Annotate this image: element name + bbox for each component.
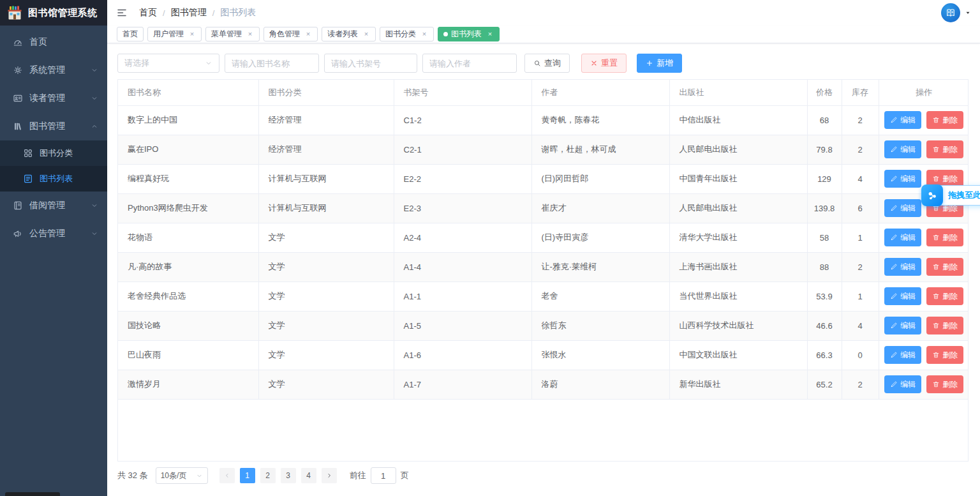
table-row: 老舍经典作品选文学A1-1老舍当代世界出版社53.91编辑删除 [118,282,969,311]
tab-role[interactable]: 角色管理× [264,27,318,41]
cell-price: 46.6 [807,311,842,340]
edit-button[interactable]: 编辑 [884,170,921,188]
prev-page-button[interactable] [219,468,235,483]
close-icon[interactable]: × [304,31,312,38]
edit-button[interactable]: 编辑 [884,346,921,364]
sidebar-item-label: 公告管理 [29,228,91,239]
page-button-1[interactable]: 1 [240,468,255,483]
delete-button[interactable]: 删除 [926,375,963,393]
cell-shelf: A1-7 [394,370,531,399]
next-page-button[interactable] [322,468,337,483]
book-name-input[interactable] [225,54,319,73]
delete-button[interactable]: 删除 [926,258,963,276]
sidebar-item-reader[interactable]: 读者管理 [0,84,107,112]
cell-shelf: C2-1 [394,135,531,164]
cell-price: 129 [807,164,842,193]
table-row: Python3网络爬虫开发计算机与互联网E2-3崔庆才人民邮电出版社139.86… [118,193,969,223]
edit-button[interactable]: 编辑 [884,111,921,129]
edit-button[interactable]: 编辑 [884,287,921,305]
page-button-4[interactable]: 4 [301,468,316,483]
table-row: 赢在IPO经济管理C2-1谢晖，杜超，林可成人民邮电出版社79.82编辑删除 [118,135,969,164]
sidebar-item-book-category[interactable]: 图书分类 [0,140,107,166]
delete-button-label: 删除 [942,320,958,331]
shelf-input[interactable] [324,54,417,73]
goto-label: 前往 [350,470,366,481]
cell-category: 文学 [258,252,394,282]
delete-button[interactable]: 删除 [926,317,963,334]
page-size-select[interactable]: 10条/页 [156,467,208,484]
edit-button[interactable]: 编辑 [884,199,921,217]
active-tab-dot [443,32,448,36]
edit-button-label: 编辑 [900,350,916,361]
edit-button[interactable]: 编辑 [884,258,921,276]
edit-button[interactable]: 编辑 [884,140,921,158]
delete-button-label: 删除 [942,144,958,155]
edit-button[interactable]: 编辑 [884,317,921,334]
edit-button-label: 编辑 [900,203,916,214]
delete-button-label: 删除 [942,350,958,361]
chevron-up-icon [91,123,98,130]
edit-icon [890,263,898,271]
close-icon[interactable]: × [362,31,370,38]
edit-icon [890,116,898,124]
column-header-stock: 库存 [842,80,879,105]
tab-menu[interactable]: 菜单管理× [205,27,260,41]
author-input[interactable] [422,54,517,73]
trash-icon [932,322,940,329]
netdisk-upload-badge[interactable] [921,184,943,206]
delete-button[interactable]: 删除 [926,111,963,129]
sidebar-item-borrow[interactable]: 借阅管理 [0,192,107,220]
tab-label: 角色管理 [269,29,300,40]
sidebar-item-book-list[interactable]: 图书列表 [0,166,107,192]
add-button[interactable]: 新增 [637,54,682,73]
tab-reader-list[interactable]: 读者列表× [322,27,376,41]
close-icon[interactable]: × [246,31,254,38]
tab-label: 读者列表 [327,29,358,40]
chevron-left-icon [224,472,230,479]
breadcrumb-book-manage[interactable]: 图书管理 [171,7,207,19]
caret-down-icon[interactable] [965,10,971,16]
breadcrumb-current: 图书列表 [220,7,256,19]
cell-price: 53.9 [807,282,842,311]
tab-book-category[interactable]: 图书分类× [380,27,434,41]
sidebar-item-notice[interactable]: 公告管理 [0,220,107,248]
tab-user[interactable]: 用户管理× [147,27,202,41]
delete-button[interactable]: 删除 [926,140,963,158]
close-icon[interactable]: × [486,31,494,38]
cell-category: 计算机与互联网 [258,164,394,193]
cell-action: 编辑删除 [879,252,969,282]
edit-button[interactable]: 编辑 [884,229,921,246]
page-button-3[interactable]: 3 [281,468,296,483]
sidebar-item-home[interactable]: 首页 [0,28,107,56]
cell-shelf: A1-5 [394,311,531,340]
page-button-2[interactable]: 2 [260,468,276,483]
close-icon[interactable]: × [420,31,428,38]
search-button[interactable]: 查询 [524,54,570,73]
trash-icon [932,234,940,241]
delete-button[interactable]: 删除 [926,229,963,246]
reset-button[interactable]: 重置 [581,54,627,73]
user-avatar[interactable] [941,3,960,22]
hamburger-icon[interactable] [116,7,128,19]
tab-home[interactable]: 首页 [117,27,144,41]
table-row: 巴山夜雨文学A1-6张恨水中国文联出版社66.30编辑删除 [118,340,969,370]
tab-label: 图书列表 [451,29,482,40]
edit-button[interactable]: 编辑 [884,375,921,393]
sidebar-item-book[interactable]: 图书管理 [0,112,107,140]
sidebar-item-system[interactable]: 系统管理 [0,56,107,84]
trash-icon [932,116,940,124]
books-icon [13,121,23,132]
share-nodes-icon [925,188,939,202]
cell-publisher: 清华大学出版社 [669,223,807,252]
delete-button[interactable]: 删除 [926,287,963,305]
breadcrumb-separator: / [212,8,215,18]
delete-button[interactable]: 删除 [926,346,963,364]
close-icon[interactable]: × [188,31,196,38]
goto-page-input[interactable] [371,467,396,484]
category-select[interactable]: 请选择 [117,54,219,73]
edit-icon [890,292,898,300]
breadcrumb-home[interactable]: 首页 [139,7,157,19]
tab-book-list[interactable]: 图书列表× [438,27,500,41]
content: 请选择 查询 重置 新增 [107,43,980,484]
gear-icon [13,65,23,75]
